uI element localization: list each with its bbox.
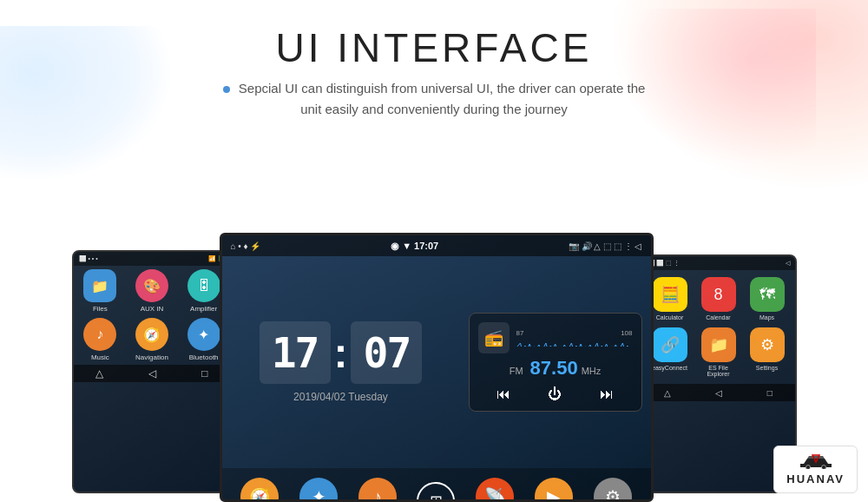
status-right: 📷 🔊 △ ⬚ ⬚ ⋮ ◁ [569,241,642,251]
radio-controls: ⏮ ⏻ ⏭ [478,386,633,402]
radio-waveform: 87 108 [516,329,633,347]
bottom-apps-row: 🧭 Navigation ✦ Bluetooth ♪ Music ⊞ [222,468,651,502]
list-item: ⚙ Settings [746,327,788,377]
app-label: Settings [756,365,778,371]
radio-display: 📻 87 108 FM [469,313,642,412]
radio-next-button[interactable]: ⏭ [600,386,614,402]
files-icon[interactable]: 📁 [83,269,116,302]
calendar-icon[interactable]: 8 [701,277,736,312]
svg-point-0 [806,466,810,470]
calculator-icon[interactable]: 🧮 [653,277,687,312]
list-item: 📁 Files [77,269,124,313]
status-time: ◉ ▼ 17:07 [391,241,438,252]
page-subtitle: Sepcial UI can distinguish from universa… [17,78,851,120]
home-grid-icon[interactable]: ⊞ [417,482,455,502]
left-status-bar: ⬜ • • • 📶 🔋 [74,252,231,266]
list-item: ⚙ Settings [594,478,632,502]
app-label: Amplifier [190,305,217,313]
list-item: 🧭 Navigation [128,318,175,361]
list-item: ♪ Music [358,478,397,502]
fm-label: FM [510,366,523,376]
settings-right-icon[interactable]: ⚙ [750,327,785,362]
screens-area: ⬜ • • • 📶 🔋 📁 Files 🎨 AUX IN 🎛 [0,207,868,502]
radio-app-icon[interactable]: 📡 [476,478,514,502]
radio-section: 📻 87 108 FM [460,256,651,468]
amplifier-icon[interactable]: 🎛 [187,269,220,302]
list-item: ▶ Video [535,478,573,502]
list-item: 🔗 easyConnect [649,327,691,377]
brand-name: HUANAV [786,472,845,485]
app-label: Files [93,305,108,313]
page-title: UI INTERFACE [17,24,851,71]
radio-unit: MHz [582,366,602,376]
radio-power-button[interactable]: ⏻ [548,386,562,402]
music-app-icon[interactable]: ♪ [358,478,397,502]
settings-app-icon[interactable]: ⚙ [594,478,632,502]
esfile-icon[interactable]: 📁 [701,327,736,362]
clock-minutes: 07 [351,321,422,384]
app-label: Music [91,353,109,361]
recent-icon: □ [201,367,207,380]
list-item: 8 Calendar [698,277,740,320]
center-status-bar: ⌂ • ♦ ⚡ ◉ ▼ 17:07 📷 🔊 △ ⬚ ⬚ ⋮ ◁ [222,235,651,256]
right-nav-bar: △ ◁ □ [642,384,795,401]
app-label: Calendar [706,314,730,320]
brand-car-icon [800,453,832,472]
list-item: 🎨 AUX IN [128,269,175,313]
status-left: ⌂ • ♦ ⚡ [231,241,261,251]
maps-icon[interactable]: 🗺 [750,277,785,312]
list-item: 🧭 Navigation [240,478,279,502]
list-item: 📡 Radio [476,478,514,502]
radio-icon-row: 📻 87 108 [478,322,633,353]
bluetooth-icon[interactable]: ✦ [187,318,220,351]
right-app-grid: 🧮 Calculator 8 Calendar 🗺 Maps 🔗 [642,270,795,384]
radio-prev-button[interactable]: ⏮ [496,386,510,402]
home-icon: △ [95,367,103,380]
svg-point-1 [821,466,825,470]
bt-app-icon[interactable]: ✦ [299,478,338,502]
clock-date: 2019/04/02 Tuesday [293,391,388,403]
clock-display: 17 : 07 [260,321,423,384]
left-nav-bar: △ ◁ □ [74,365,231,382]
app-label: Bluetooth [189,353,219,361]
app-label: Maps [760,314,774,320]
recent-icon: □ [767,388,773,398]
screen-center: ⌂ • ♦ ⚡ ◉ ▼ 17:07 📷 🔊 △ ⬚ ⬚ ⋮ ◁ 17 : 07 … [220,233,654,502]
music-icon[interactable]: ♪ [83,318,116,351]
list-item: 🧮 Calculator [649,277,691,320]
radio-icon: 📻 [478,322,510,353]
app-label: Calculator [656,314,684,320]
back-icon: ◁ [715,388,722,398]
list-item: 🗺 Maps [746,277,788,320]
left-app-grid: 📁 Files 🎨 AUX IN 🎛 Amplifier ♪ [74,266,231,365]
video-app-icon[interactable]: ▶ [535,478,573,502]
clock-separator: : [334,329,348,377]
list-item: ♪ Music [77,318,124,361]
nav-app-icon[interactable]: 🧭 [240,478,279,502]
center-main-content: 17 : 07 2019/04/02 Tuesday 📻 87 [222,256,651,468]
screen-left: ⬜ • • • 📶 🔋 📁 Files 🎨 AUX IN 🎛 [72,250,233,493]
clock-section: 17 : 07 2019/04/02 Tuesday [222,256,460,468]
app-label: Navigation [135,353,168,361]
list-item: 📁 ES File Explorer [698,327,740,377]
radio-frequency: 87.50 [530,357,578,380]
back-icon: ◁ [148,367,156,380]
bullet-icon [223,86,230,93]
brand-logo: HUANAV [773,446,858,493]
clock-hours: 17 [260,321,331,384]
auxin-icon[interactable]: 🎨 [135,269,168,302]
page-header: UI INTERFACE Sepcial UI can distinguish … [0,0,868,134]
list-item: ⊞ [417,482,455,502]
list-item: ✦ Bluetooth [299,478,338,502]
app-label: easyConnect [652,365,687,371]
app-label: ES File Explorer [698,365,740,377]
right-status-bar: ⬜ ⬜ ⬚ ⋮ ◁ [642,256,795,270]
navigation-icon[interactable]: 🧭 [135,318,168,351]
app-label: AUX IN [141,305,164,313]
easyconnect-icon[interactable]: 🔗 [653,327,687,362]
home-icon: △ [664,388,671,398]
